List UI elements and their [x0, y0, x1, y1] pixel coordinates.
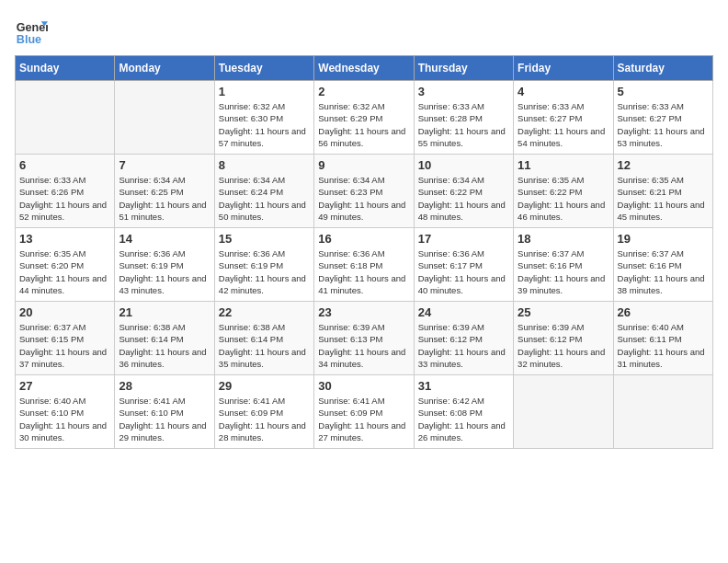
calendar-week-row: 1Sunrise: 6:32 AMSunset: 6:30 PMDaylight… [16, 81, 713, 155]
day-info: Sunrise: 6:32 AMSunset: 6:30 PMDaylight:… [219, 100, 310, 149]
day-info: Sunrise: 6:36 AMSunset: 6:19 PMDaylight:… [219, 247, 310, 296]
calendar-cell: 31Sunrise: 6:42 AMSunset: 6:08 PMDayligh… [414, 375, 513, 449]
day-info: Sunrise: 6:39 AMSunset: 6:12 PMDaylight:… [418, 321, 509, 370]
day-info: Sunrise: 6:38 AMSunset: 6:14 PMDaylight:… [219, 321, 310, 370]
day-info: Sunrise: 6:35 AMSunset: 6:22 PMDaylight:… [518, 174, 609, 223]
calendar-cell: 18Sunrise: 6:37 AMSunset: 6:16 PMDayligh… [514, 228, 613, 302]
weekday-header: Tuesday [214, 56, 313, 81]
calendar-cell: 22Sunrise: 6:38 AMSunset: 6:14 PMDayligh… [214, 302, 313, 375]
day-number: 2 [318, 85, 409, 98]
calendar-cell [115, 81, 214, 155]
calendar-cell: 3Sunrise: 6:33 AMSunset: 6:28 PMDaylight… [414, 81, 513, 155]
day-number: 14 [119, 232, 210, 246]
day-info: Sunrise: 6:37 AMSunset: 6:16 PMDaylight:… [618, 247, 709, 296]
calendar-week-row: 27Sunrise: 6:40 AMSunset: 6:10 PMDayligh… [16, 375, 713, 449]
day-info: Sunrise: 6:34 AMSunset: 6:25 PMDaylight:… [119, 174, 210, 223]
calendar-table: SundayMondayTuesdayWednesdayThursdayFrid… [15, 55, 713, 449]
calendar-cell: 12Sunrise: 6:35 AMSunset: 6:21 PMDayligh… [613, 155, 712, 228]
calendar-cell: 7Sunrise: 6:34 AMSunset: 6:25 PMDaylight… [115, 155, 214, 228]
calendar-week-row: 6Sunrise: 6:33 AMSunset: 6:26 PMDaylight… [16, 155, 713, 228]
calendar-week-row: 13Sunrise: 6:35 AMSunset: 6:20 PMDayligh… [16, 228, 713, 302]
day-number: 5 [618, 85, 709, 98]
day-number: 3 [418, 85, 509, 98]
calendar-cell: 2Sunrise: 6:32 AMSunset: 6:29 PMDaylight… [314, 81, 414, 155]
day-number: 9 [318, 158, 409, 172]
calendar-week-row: 20Sunrise: 6:37 AMSunset: 6:15 PMDayligh… [16, 302, 713, 375]
day-info: Sunrise: 6:35 AMSunset: 6:20 PMDaylight:… [19, 247, 110, 296]
day-number: 28 [119, 379, 210, 393]
day-number: 22 [219, 305, 310, 319]
header: General Blue [15, 15, 713, 48]
day-info: Sunrise: 6:34 AMSunset: 6:24 PMDaylight:… [219, 174, 310, 223]
calendar-cell: 23Sunrise: 6:39 AMSunset: 6:13 PMDayligh… [314, 302, 414, 375]
day-number: 16 [318, 232, 409, 246]
day-info: Sunrise: 6:34 AMSunset: 6:23 PMDaylight:… [318, 174, 409, 223]
day-number: 8 [219, 158, 310, 172]
logo: General Blue [15, 15, 48, 48]
day-info: Sunrise: 6:35 AMSunset: 6:21 PMDaylight:… [618, 174, 709, 223]
day-number: 20 [19, 305, 110, 319]
day-info: Sunrise: 6:41 AMSunset: 6:09 PMDaylight:… [219, 395, 310, 443]
day-number: 21 [119, 305, 210, 319]
calendar-cell [514, 375, 613, 449]
svg-text:Blue: Blue [17, 33, 41, 46]
weekday-header: Monday [115, 56, 214, 81]
day-number: 12 [618, 158, 709, 172]
weekday-header: Wednesday [314, 56, 414, 81]
calendar-cell: 16Sunrise: 6:36 AMSunset: 6:18 PMDayligh… [314, 228, 414, 302]
calendar-cell: 27Sunrise: 6:40 AMSunset: 6:10 PMDayligh… [16, 375, 115, 449]
day-number: 13 [19, 232, 110, 246]
calendar-cell: 26Sunrise: 6:40 AMSunset: 6:11 PMDayligh… [613, 302, 712, 375]
day-number: 27 [19, 379, 110, 393]
day-number: 1 [219, 85, 310, 98]
calendar-cell: 25Sunrise: 6:39 AMSunset: 6:12 PMDayligh… [514, 302, 613, 375]
weekday-header-row: SundayMondayTuesdayWednesdayThursdayFrid… [16, 56, 713, 81]
calendar-cell: 13Sunrise: 6:35 AMSunset: 6:20 PMDayligh… [16, 228, 115, 302]
day-number: 29 [219, 379, 310, 393]
day-info: Sunrise: 6:36 AMSunset: 6:18 PMDaylight:… [318, 247, 409, 296]
weekday-header: Thursday [414, 56, 513, 81]
calendar-cell: 15Sunrise: 6:36 AMSunset: 6:19 PMDayligh… [214, 228, 313, 302]
calendar-cell: 11Sunrise: 6:35 AMSunset: 6:22 PMDayligh… [514, 155, 613, 228]
day-info: Sunrise: 6:39 AMSunset: 6:13 PMDaylight:… [318, 321, 409, 370]
day-number: 7 [119, 158, 210, 172]
day-info: Sunrise: 6:33 AMSunset: 6:27 PMDaylight:… [618, 100, 709, 149]
calendar-cell [16, 81, 115, 155]
day-number: 26 [618, 305, 709, 319]
day-info: Sunrise: 6:36 AMSunset: 6:17 PMDaylight:… [418, 247, 509, 296]
day-info: Sunrise: 6:33 AMSunset: 6:26 PMDaylight:… [19, 174, 110, 223]
day-info: Sunrise: 6:40 AMSunset: 6:11 PMDaylight:… [618, 321, 709, 370]
day-number: 23 [318, 305, 409, 319]
calendar-cell [613, 375, 712, 449]
day-number: 19 [618, 232, 709, 246]
calendar-cell: 20Sunrise: 6:37 AMSunset: 6:15 PMDayligh… [16, 302, 115, 375]
weekday-header: Saturday [613, 56, 712, 81]
calendar-cell: 6Sunrise: 6:33 AMSunset: 6:26 PMDaylight… [16, 155, 115, 228]
day-info: Sunrise: 6:38 AMSunset: 6:14 PMDaylight:… [119, 321, 210, 370]
day-number: 11 [518, 158, 609, 172]
day-info: Sunrise: 6:41 AMSunset: 6:09 PMDaylight:… [318, 395, 409, 443]
calendar-cell: 5Sunrise: 6:33 AMSunset: 6:27 PMDaylight… [613, 81, 712, 155]
day-info: Sunrise: 6:32 AMSunset: 6:29 PMDaylight:… [318, 100, 409, 149]
day-info: Sunrise: 6:36 AMSunset: 6:19 PMDaylight:… [119, 247, 210, 296]
calendar-cell: 8Sunrise: 6:34 AMSunset: 6:24 PMDaylight… [214, 155, 313, 228]
day-number: 17 [418, 232, 509, 246]
day-info: Sunrise: 6:39 AMSunset: 6:12 PMDaylight:… [518, 321, 609, 370]
calendar-cell: 17Sunrise: 6:36 AMSunset: 6:17 PMDayligh… [414, 228, 513, 302]
day-info: Sunrise: 6:37 AMSunset: 6:15 PMDaylight:… [19, 321, 110, 370]
day-info: Sunrise: 6:40 AMSunset: 6:10 PMDaylight:… [19, 395, 110, 443]
calendar-cell: 24Sunrise: 6:39 AMSunset: 6:12 PMDayligh… [414, 302, 513, 375]
day-info: Sunrise: 6:33 AMSunset: 6:28 PMDaylight:… [418, 100, 509, 149]
calendar-cell: 30Sunrise: 6:41 AMSunset: 6:09 PMDayligh… [314, 375, 414, 449]
calendar-cell: 28Sunrise: 6:41 AMSunset: 6:10 PMDayligh… [115, 375, 214, 449]
day-info: Sunrise: 6:34 AMSunset: 6:22 PMDaylight:… [418, 174, 509, 223]
day-number: 31 [418, 379, 509, 393]
calendar-cell: 1Sunrise: 6:32 AMSunset: 6:30 PMDaylight… [214, 81, 313, 155]
calendar-cell: 14Sunrise: 6:36 AMSunset: 6:19 PMDayligh… [115, 228, 214, 302]
calendar-cell: 19Sunrise: 6:37 AMSunset: 6:16 PMDayligh… [613, 228, 712, 302]
day-number: 6 [19, 158, 110, 172]
day-number: 25 [518, 305, 609, 319]
day-info: Sunrise: 6:41 AMSunset: 6:10 PMDaylight:… [119, 395, 210, 443]
weekday-header: Friday [514, 56, 613, 81]
day-info: Sunrise: 6:33 AMSunset: 6:27 PMDaylight:… [518, 100, 609, 149]
